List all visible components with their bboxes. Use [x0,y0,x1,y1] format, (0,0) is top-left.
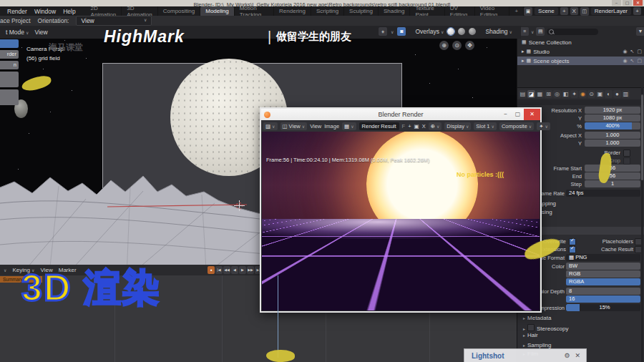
eye-icon[interactable]: ◉ [623,58,627,64]
section-metadata[interactable]: ▸Metadata [517,315,644,321]
mode-dropdown[interactable]: t Mode∨ [6,29,29,36]
shading-dropdown[interactable]: Shading∨ [485,28,512,35]
tab-compositing[interactable]: Compositing [158,6,200,16]
tab-tool-icon[interactable]: ▤ [519,90,527,98]
color-rgba-option[interactable]: RGBA [566,278,640,285]
prev-key-button[interactable]: ◀◀ [223,266,230,274]
section-stereoscopy[interactable]: ▸Stereoscopy [517,323,644,332]
depth-8-option[interactable]: 8 [566,288,640,295]
display-mode-icon[interactable]: ▤ [536,27,545,36]
tab-shading[interactable]: Shading [379,6,410,16]
border-checkbox[interactable] [623,150,630,157]
menu-window[interactable]: Window [34,8,56,15]
tab-particles-icon[interactable]: ◉ [579,90,587,98]
outliner[interactable]: ≡ ∨ ▤ ▼ ▦ Scene Collection ▸ ▦ Studio ◉↖… [517,26,644,87]
tab-2d-animation[interactable]: 2D Animation [86,6,122,16]
play-reverse-button[interactable]: ◀ [231,266,238,274]
menu-render[interactable]: Render [7,8,27,15]
disclosure-icon[interactable]: ▸ [522,49,525,54]
display-dropdown[interactable]: Display∨ [444,122,471,130]
cursor-select-icon[interactable]: ↖ [630,58,635,64]
outliner-row-studio[interactable]: ▸ ▦ Studio ◉↖▢ [517,47,644,56]
tab-scene-icon[interactable]: ⊞ [545,90,552,98]
disclosure-icon[interactable]: ▸ [522,58,525,64]
pan-gizmo-icon[interactable]: ✥ [465,41,474,50]
tab-video-editing[interactable]: Video Editing [475,6,510,16]
unlink-button[interactable]: X [422,123,426,129]
pass-dropdown[interactable]: Composite∨ [499,122,534,130]
frame-start-field[interactable]: 56 [585,165,640,172]
view-menu[interactable]: View [310,123,321,129]
tab-output-icon[interactable]: ◪ [527,90,535,98]
section-sampling[interactable]: ▸Sampling [517,342,644,348]
left-button-partial-1[interactable]: rder [0,50,19,59]
tab-data-icon[interactable]: ◐ [605,90,613,98]
window-controls[interactable]: − ▢ ✕ [612,0,643,6]
image-menu[interactable]: Image [324,123,339,129]
aspect-y-field[interactable]: 1.000 [585,140,640,147]
zoom-gizmo-icon[interactable]: ⊙ [452,41,462,50]
properties-scrollbar[interactable] [641,87,643,362]
outliner-search-input[interactable] [547,29,598,35]
frame-step-field[interactable]: 1 [585,180,640,187]
render-window[interactable]: Blender Render − ▢ ✕ ▨∨ ◫View∨ View Imag… [260,107,542,313]
view-icon-dropdown[interactable]: ◫View∨ [280,122,308,130]
left-button-3[interactable] [0,72,19,87]
tab-sculpting[interactable]: Sculpting [344,6,379,16]
renderlayer-selector[interactable]: RenderLayer [591,7,631,15]
open-image-icon[interactable]: ▣ [414,123,419,129]
outliner-row-scene-objects[interactable]: ▸ ▦ Scene objects ◉↖▢ [517,57,644,65]
shading-material-icon[interactable] [458,28,465,35]
section-partial-1[interactable]: apping [539,200,644,207]
filter-icon[interactable]: ▼ [636,27,644,36]
color-rgb-option[interactable]: RGB [566,270,640,278]
file-extensions-checkbox[interactable] [569,246,576,253]
depth-16-option[interactable]: 16 [566,295,640,303]
editor-type-icon[interactable]: ≡ [520,27,529,36]
minimize-icon[interactable]: − [612,0,621,6]
stereoscopy-checkbox[interactable] [527,324,535,331]
shading-rendered-icon[interactable] [469,28,476,35]
scene-add-button[interactable]: + [560,7,568,15]
orientation-dropdown[interactable]: View∨ [76,16,152,26]
pin-icon[interactable]: ✦∨ [537,122,550,130]
renderlayer-add-button[interactable]: + [633,7,641,15]
image-datablock-field[interactable]: Render Result [359,122,399,130]
close-icon[interactable]: ✕ [633,0,643,6]
tab-3d-animation[interactable]: 3D Animation [122,6,158,16]
file-format-dropdown[interactable]: ▦ PNG [566,254,640,261]
render-window-titlebar[interactable]: Blender Render − ▢ ✕ [261,109,540,120]
tab-texture-icon[interactable]: ▥ [622,90,630,98]
crop-checkbox[interactable] [623,157,630,165]
tab-constraint-icon[interactable]: ▣ [596,90,604,98]
section-partial-2[interactable]: ssing [539,209,644,215]
record-button[interactable]: ● [208,266,215,274]
resolution-pct-slider[interactable]: 400% [585,122,640,129]
resolution-x-field[interactable]: 1920 px [585,107,640,114]
viewport-gizmos[interactable]: ⊕ ⊙ ✥ [439,41,474,50]
left-button-4[interactable] [0,89,19,105]
next-key-button[interactable]: ▶▶ [247,266,254,274]
tab-texture-paint[interactable]: Texture Paint [410,6,444,16]
tab-material-icon[interactable]: ● [613,90,621,98]
tab-object-icon[interactable]: ◧ [562,90,570,98]
new-image-button[interactable]: + [408,123,411,129]
holdout-icon[interactable]: ▢ [637,58,642,64]
snap-icon[interactable]: ⚹ [379,27,387,36]
orbit-gizmo-icon[interactable]: ⊕ [439,41,449,50]
tab-viewlayer-icon[interactable]: ▦ [536,90,544,98]
tab-physics-icon[interactable]: ⊙ [587,90,595,98]
section-hair[interactable]: ▸Hair [517,332,644,338]
left-button-blue[interactable] [0,39,19,48]
compression-slider[interactable]: 15% [566,304,640,311]
image-datablock-icon[interactable]: ▦∨ [342,122,356,130]
overwrite-checkbox[interactable] [569,238,576,245]
frame-rate-field[interactable]: 24 fps [566,190,640,197]
lightshot-settings-icon[interactable]: ⚙ [564,352,570,359]
cursor-select-icon[interactable]: ↖ [630,49,635,54]
view-menu[interactable]: View [34,29,47,36]
tab-motion-tracking[interactable]: Motion Tracking [235,6,274,16]
left-button-partial-2[interactable]: n [0,61,19,69]
lightshot-close-icon[interactable]: ✕ [575,352,580,359]
editor-type-icon[interactable]: ∨ [4,268,6,273]
